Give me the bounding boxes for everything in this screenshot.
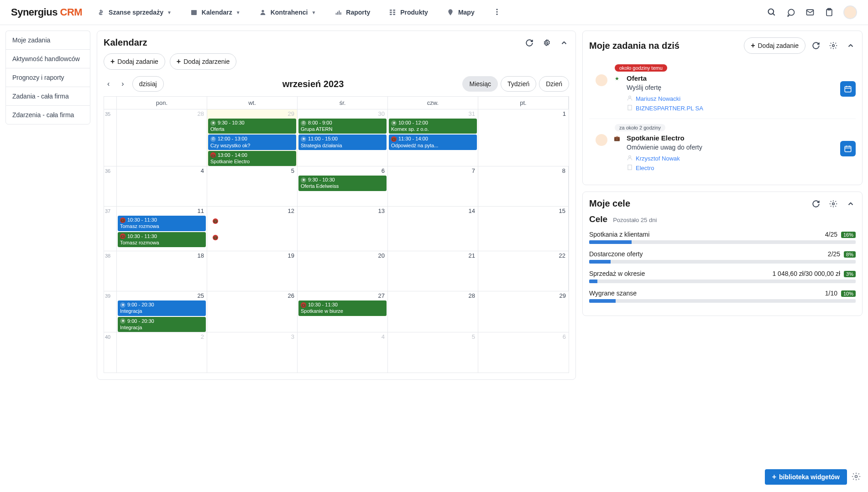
- gear-icon[interactable]: [828, 199, 838, 209]
- view-week-button[interactable]: Tydzień: [501, 76, 536, 92]
- day-number: 14: [469, 207, 475, 214]
- day-number: 20: [378, 252, 385, 259]
- day-cell[interactable]: 29: [478, 291, 569, 332]
- view-day-button[interactable]: Dzień: [539, 76, 569, 92]
- add-event-button[interactable]: +Dodaj zdarzenie: [170, 53, 237, 70]
- day-cell[interactable]: 28: [388, 291, 478, 332]
- open-calendar-button[interactable]: [840, 141, 856, 156]
- open-calendar-button[interactable]: [840, 81, 856, 97]
- day-number: 30: [378, 110, 385, 117]
- calendar-event-span[interactable]: 💼9:00 - 17:00Szkolenie: [210, 217, 487, 232]
- day-cell[interactable]: 30✆8:00 - 9:00Grupa ATERN★11:00 - 15:00S…: [298, 109, 388, 166]
- nav-item[interactable]: Raporty: [334, 8, 370, 17]
- clipboard-icon[interactable]: [824, 7, 834, 17]
- user-icon: [627, 95, 633, 103]
- calendar-event[interactable]: ★9:00 - 20:30Integracja: [118, 300, 206, 316]
- search-icon[interactable]: [767, 7, 777, 17]
- cal-icon: [190, 8, 198, 16]
- mail-icon[interactable]: [805, 7, 815, 17]
- add-task-button[interactable]: +Dodaj zadanie: [104, 53, 165, 70]
- day-cell[interactable]: 25★9:00 - 20:30Integracja★9:00 - 20:30In…: [117, 291, 207, 332]
- calendar-event[interactable]: 💼13:00 - 14:00Spotkanie Electro: [208, 151, 296, 166]
- svg-point-39: [832, 202, 835, 205]
- day-cell[interactable]: 2: [117, 332, 207, 373]
- day-cell[interactable]: 28: [117, 109, 207, 166]
- more-icon[interactable]: [588, 7, 598, 17]
- add-task-button[interactable]: +Dodaj zadanie: [744, 37, 805, 54]
- calendar-event[interactable]: ✆8:00 - 9:00Grupa ATERN: [298, 119, 387, 134]
- gear-icon[interactable]: [542, 38, 552, 48]
- calendar-event[interactable]: ★9:30 - 10:30Oferta: [208, 119, 296, 134]
- calendar-event-span[interactable]: ★0:00 - 23:30Urlop: [117, 176, 301, 192]
- calendar-event[interactable]: ★9:30 - 10:30Oferta Edelweiss: [298, 176, 387, 191]
- calendar-event-span[interactable]: 💼9:00 - 17:00Szkolenie: [210, 233, 487, 249]
- gear-icon[interactable]: [828, 41, 838, 51]
- svg-point-22: [832, 45, 835, 47]
- calendar-event[interactable]: 💼10:30 - 11:30Tomasz rozmowa: [118, 216, 206, 231]
- calendar-event[interactable]: 💼10:30 - 11:30Tomasz rozmowa: [118, 232, 206, 247]
- person-link[interactable]: Krzysztof Nowak: [636, 155, 680, 162]
- time-badge: około godziny temu: [615, 64, 667, 72]
- nav-item[interactable]: Kontrahenci▼: [259, 8, 316, 17]
- nav-item[interactable]: Kalendarz▼: [190, 8, 241, 17]
- svg-rect-27: [845, 87, 851, 92]
- calendar-event[interactable]: ★10:00 - 12:00Kornex sp. z o.o.: [389, 119, 477, 134]
- sidebar-item[interactable]: Moje zadania: [5, 31, 90, 49]
- calendar-event[interactable]: ✆12:00 - 13:00Czy wszystko ok?: [208, 135, 296, 150]
- day-cell[interactable]: 11💼10:30 - 11:30Tomasz rozmowa💼10:30 - 1…: [117, 207, 207, 251]
- chat-icon[interactable]: [786, 7, 796, 17]
- weekday-label: wt.: [207, 97, 298, 109]
- day-cell[interactable]: 5: [388, 332, 478, 373]
- calendar-event[interactable]: ★9:00 - 20:30Integracja: [118, 317, 206, 332]
- day-cell[interactable]: 26: [207, 291, 298, 332]
- $-icon: [97, 8, 105, 16]
- nav-item[interactable]: Szanse sprzedaży▼: [97, 8, 172, 17]
- calendar-event[interactable]: ★11:00 - 15:00Strategia działania: [298, 135, 387, 150]
- chevron-up-icon[interactable]: [846, 199, 856, 209]
- sidebar-item[interactable]: Zdarzenia - cała firma: [5, 105, 90, 124]
- day-number: 2: [201, 333, 204, 340]
- day-cell[interactable]: 29★9:30 - 10:30Oferta✆12:00 - 13:00Czy w…: [207, 109, 298, 166]
- more-menu[interactable]: [493, 8, 501, 17]
- day-cell[interactable]: 7: [388, 166, 478, 206]
- company-link[interactable]: Electro: [636, 165, 654, 171]
- today-button[interactable]: dzisiaj: [132, 76, 164, 92]
- week-number: 38: [104, 251, 117, 291]
- day-number: 27: [378, 292, 385, 299]
- day-cell[interactable]: 3: [207, 332, 298, 373]
- prev-month-button[interactable]: ‹: [104, 78, 113, 90]
- task-title: Spotkanie Electro: [627, 134, 856, 142]
- chevron-up-icon[interactable]: [846, 41, 856, 51]
- day-cell[interactable]: 27💼10:30 - 11:30Spotkanie w biurze: [298, 291, 388, 332]
- sidebar-item[interactable]: Aktywność handlowców: [5, 49, 90, 68]
- refresh-icon[interactable]: [524, 38, 534, 48]
- day-cell[interactable]: 15: [478, 207, 569, 251]
- day-cell[interactable]: 8: [478, 166, 569, 206]
- sidebar-item[interactable]: Zadania - cała firma: [5, 87, 90, 105]
- day-cell[interactable]: 6: [478, 332, 569, 373]
- svg-rect-9: [390, 12, 392, 13]
- day-cell[interactable]: 1: [478, 109, 569, 166]
- day-cell[interactable]: 31★10:00 - 12:00Kornex sp. z o.o.💼11:30 …: [388, 109, 478, 166]
- week-number: 40: [104, 332, 117, 373]
- chevron-up-icon[interactable]: [559, 38, 569, 48]
- day-number: 5: [291, 167, 294, 174]
- calendar-grid: pon.wt.śr.czw.pt.352829★9:30 - 10:30Ofer…: [104, 96, 569, 373]
- nav-item[interactable]: Produkty: [388, 8, 428, 17]
- tasks-title: Moje zadania na dziś: [589, 41, 738, 51]
- day-cell[interactable]: 6★9:30 - 10:30Oferta Edelweiss: [298, 166, 388, 206]
- calendar-event-span[interactable]: ★0:00 - 23:30Urlop: [117, 261, 580, 277]
- refresh-icon[interactable]: [811, 199, 821, 209]
- sidebar-item[interactable]: Prognozy i raporty: [5, 68, 90, 87]
- avatar[interactable]: [843, 5, 857, 19]
- nav-item[interactable]: Mapy: [446, 8, 475, 17]
- person-link[interactable]: Mariusz Nowacki: [636, 95, 680, 102]
- next-month-button[interactable]: ›: [118, 78, 127, 90]
- day-number: 6: [382, 167, 385, 174]
- view-month-button[interactable]: Miesiąc: [462, 76, 497, 92]
- refresh-icon[interactable]: [811, 41, 821, 51]
- calendar-event[interactable]: 💼10:30 - 11:30Spotkanie w biurze: [298, 300, 387, 316]
- day-cell[interactable]: 4: [298, 332, 388, 373]
- company-link[interactable]: BIZNESPARTNER.PL SA: [636, 105, 703, 112]
- calendar-event[interactable]: 💼11:30 - 14:00Odpowiedź na pyta...: [389, 135, 477, 150]
